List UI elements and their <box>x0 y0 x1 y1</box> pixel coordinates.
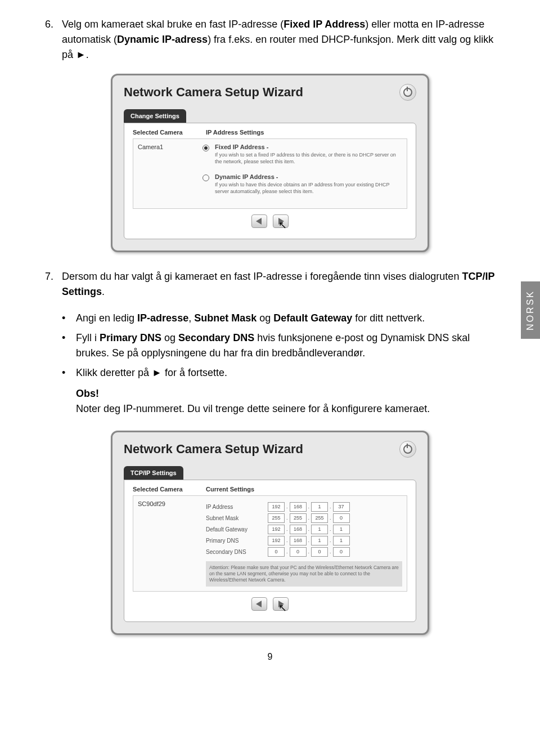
cursor-icon: ↖ <box>278 602 287 614</box>
row-subnet-mask: Subnet Mask 255. 255. 255. 0 <box>206 513 402 523</box>
camera-name: SC90df29 <box>138 500 202 587</box>
attention-text: Attention: Please make sure that your PC… <box>206 561 402 587</box>
ip-field[interactable]: 0 <box>333 547 350 557</box>
step-7: 7. Dersom du har valgt å gi kameraet en … <box>45 269 495 299</box>
ip-field[interactable]: 192 <box>268 525 285 534</box>
bullet-item: • Fyll i Primary DNS og Secondary DNS hv… <box>62 330 495 361</box>
tab-label: Change Settings <box>124 109 186 123</box>
obs-heading: Obs! <box>76 386 495 401</box>
nav-bar: ↖ <box>133 592 407 616</box>
ip-field[interactable]: 37 <box>333 502 350 512</box>
ip-field[interactable]: 1 <box>333 525 350 534</box>
wizard-header: Network Camera Setup Wizard <box>112 432 428 466</box>
nav-bar: ↖ <box>133 209 407 233</box>
row-ip-address: IP Address 192. 168. 1. 37 <box>206 502 402 512</box>
option-desc: If you wish to have this device obtains … <box>215 182 402 195</box>
power-icon <box>403 445 412 454</box>
step-number: 7. <box>45 269 62 299</box>
col-selected-camera: Selected Camera <box>133 486 206 493</box>
ip-field[interactable]: 0 <box>333 513 350 523</box>
row-default-gateway: Default Gateway 192. 168. 1. 1 <box>206 525 402 534</box>
ip-field[interactable]: 192 <box>268 536 285 545</box>
option-title: Fixed IP Address - <box>215 144 402 150</box>
tab-body: Selected Camera Current Settings SC90df2… <box>124 480 416 622</box>
step-body: Velg om kameraet skal bruke en fast IP-a… <box>62 17 495 62</box>
wizard-screenshot-2: Network Camera Setup Wizard TCP/IP Setti… <box>111 431 429 635</box>
obs-text: Noter deg IP-nummeret. Du vil trenge det… <box>76 401 495 417</box>
wizard-title: Network Camera Setup Wizard <box>124 85 303 100</box>
col-current-settings: Current Settings <box>206 486 407 493</box>
bullet-item: • Angi en ledig IP-adresse, Subnet Mask … <box>62 311 495 326</box>
prev-button[interactable] <box>251 214 267 228</box>
page-number: 9 <box>45 652 495 662</box>
prev-button[interactable] <box>251 597 267 611</box>
row-secondary-dns: Secondary DNS 0. 0. 0. 0 <box>206 547 402 557</box>
wizard-header: Network Camera Setup Wizard <box>112 75 428 109</box>
close-button[interactable] <box>399 84 416 101</box>
option-dynamic-ip[interactable]: Dynamic IP Address - If you wish to have… <box>202 173 402 200</box>
ip-field[interactable]: 1 <box>311 536 328 545</box>
ip-field[interactable]: 168 <box>290 525 307 534</box>
col-ip-settings: IP Address Settings <box>206 129 407 136</box>
step-body: Dersom du har valgt å gi kameraet en fas… <box>62 269 495 299</box>
ip-field[interactable]: 168 <box>290 536 307 545</box>
ip-field[interactable]: 0 <box>268 547 285 557</box>
bullet-item: • Klikk deretter på ► for å fortsette. <box>62 365 495 381</box>
step-6: 6. Velg om kameraet skal bruke en fast I… <box>45 17 495 62</box>
ip-field[interactable]: 192 <box>268 502 285 512</box>
wizard-screenshot-1: Network Camera Setup Wizard Change Setti… <box>111 74 429 252</box>
power-icon <box>403 88 412 97</box>
col-selected-camera: Selected Camera <box>133 129 206 136</box>
option-desc: If you wish to set a fixed IP address to… <box>215 152 402 165</box>
wizard-title: Network Camera Setup Wizard <box>124 442 303 457</box>
option-title: Dynamic IP Address - <box>215 173 402 180</box>
ip-field[interactable]: 1 <box>311 502 328 512</box>
ip-field[interactable]: 255 <box>311 513 328 523</box>
row-primary-dns: Primary DNS 192. 168. 1. 1 <box>206 536 402 545</box>
bullet-list: • Angi en ledig IP-adresse, Subnet Mask … <box>62 311 495 417</box>
ip-field[interactable]: 168 <box>290 502 307 512</box>
ip-field[interactable]: 0 <box>311 547 328 557</box>
tab-label: TCP/IP Settings <box>124 466 183 480</box>
radio-selected-icon <box>202 145 209 151</box>
step-number: 6. <box>45 17 62 62</box>
camera-name: Camera1 <box>138 144 202 204</box>
language-tab: NORSK <box>521 281 540 339</box>
close-button[interactable] <box>399 441 416 458</box>
radio-unselected-icon <box>202 175 209 181</box>
ip-field[interactable]: 1 <box>311 525 328 534</box>
cursor-icon: ↖ <box>278 219 287 231</box>
ip-field[interactable]: 1 <box>333 536 350 545</box>
tab-body: Selected Camera IP Address Settings Came… <box>124 123 416 239</box>
ip-field[interactable]: 255 <box>290 513 307 523</box>
ip-field[interactable]: 255 <box>268 513 285 523</box>
ip-field[interactable]: 0 <box>290 547 307 557</box>
option-fixed-ip[interactable]: Fixed IP Address - If you wish to set a … <box>202 144 402 171</box>
